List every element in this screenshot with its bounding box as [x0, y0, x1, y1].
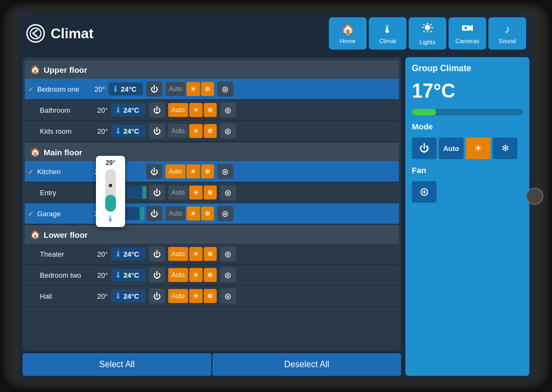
select-all-button[interactable]: Select All	[23, 353, 211, 376]
home-button[interactable]	[526, 188, 543, 205]
mode-sun-bedroom-two[interactable]: ☀	[189, 268, 203, 282]
room-row-garage[interactable]: ✓ Garage 20° 🌡 ⏻ Auto ☀ ❄ ⊛	[25, 203, 399, 224]
climat-icon: 🌡	[382, 23, 393, 36]
fan-btn-bedroom-one[interactable]: ⊛	[217, 81, 233, 97]
mode-sun-kids[interactable]: ☀	[189, 124, 203, 138]
mode-sun-hall[interactable]: ☀	[189, 289, 203, 303]
power-btn-entry[interactable]: ⏻	[149, 185, 165, 200]
back-button[interactable]	[26, 24, 45, 43]
setpoint-bathroom: 20°	[92, 106, 108, 114]
mode-snow-entry[interactable]: ❄	[204, 185, 217, 200]
svg-line-7	[424, 24, 425, 25]
tab-cameras-label: Cameras	[456, 38, 480, 44]
power-btn-bathroom[interactable]: ⏻	[149, 102, 165, 118]
room-name-theater: Theater	[40, 250, 88, 258]
fan-btn-bathroom[interactable]: ⊛	[220, 102, 236, 118]
group-climate-title: Group Climate	[412, 64, 523, 73]
mode-sun-btn[interactable]: ☀	[466, 137, 491, 159]
room-row-theater[interactable]: Theater 20° 🌡 24°C ⏻ Auto ☀ ❄ ⊛	[25, 244, 399, 265]
tab-home[interactable]: 🏠 Home	[329, 17, 367, 50]
room-row-hall[interactable]: Hall 20° 🌡 24°C ⏻ Auto ☀ ❄ ⊛	[25, 286, 399, 307]
tab-sound-label: Sound	[499, 38, 516, 44]
home-icon: 🏠	[341, 23, 355, 36]
fan-btn-entry[interactable]: ⊛	[220, 185, 236, 200]
mode-auto-btn[interactable]: Auto	[439, 137, 464, 159]
room-row-kitchen[interactable]: ✓ Kitchen 20° 29° 🌡 ⏻	[25, 161, 399, 182]
power-btn-garage[interactable]: ⏻	[146, 206, 162, 221]
group-temperature: 17°C	[412, 80, 523, 102]
mode-auto-theater[interactable]: Auto	[168, 247, 188, 261]
fan-btn-hall[interactable]: ⊛	[220, 288, 236, 304]
power-btn-hall[interactable]: ⏻	[149, 288, 165, 304]
therm-icon-hall: 🌡	[114, 292, 122, 300]
mode-snow-garage[interactable]: ❄	[201, 207, 214, 221]
fan-btn-garage[interactable]: ⊛	[217, 206, 233, 221]
mode-auto-kids[interactable]: Auto	[168, 124, 188, 138]
svg-point-0	[27, 25, 44, 42]
checkmark-kitchen: ✓	[28, 168, 34, 176]
mode-sun-kitchen[interactable]: ☀	[187, 164, 200, 178]
power-btn-bedroom-one[interactable]: ⏻	[146, 81, 162, 97]
fan-btn-bedroom-two[interactable]: ⊛	[220, 267, 236, 283]
mode-auto-hall[interactable]: Auto	[168, 289, 188, 303]
mode-power-btn[interactable]: ⏻	[412, 137, 437, 159]
mode-auto-bathroom[interactable]: Auto	[168, 103, 188, 117]
room-row-bedroom-two[interactable]: Bedroom two 20° 🌡 24°C ⏻ Auto ☀ ❄ ⊛	[25, 265, 399, 286]
mode-group-hall: Auto ☀ ❄	[168, 289, 217, 303]
mode-snow-kids[interactable]: ❄	[204, 124, 217, 138]
mode-auto-garage[interactable]: Auto	[165, 207, 185, 221]
tab-climat[interactable]: 🌡 Climat	[369, 17, 406, 50]
mode-snow-kitchen[interactable]: ❄	[201, 164, 214, 178]
power-btn-theater[interactable]: ⏻	[149, 246, 165, 262]
mode-snow-theater[interactable]: ❄	[204, 247, 217, 261]
thermo-bar-kitchen	[105, 169, 116, 212]
header: Climat 🏠 Home 🌡 Climat	[18, 13, 534, 54]
room-row-bedroom-one[interactable]: ✓ Bedroom one 20° 🌡 24°C ⏻ Auto ☀ ❄	[25, 79, 399, 100]
power-btn-kids[interactable]: ⏻	[149, 123, 165, 139]
mode-sun-garage[interactable]: ☀	[187, 207, 200, 221]
mode-sun-bedroom-one[interactable]: ☀	[187, 82, 200, 96]
fan-btn-group: ⊛	[412, 181, 523, 203]
mode-snow-bedroom-two[interactable]: ❄	[204, 268, 217, 282]
fan-btn-theater[interactable]: ⊛	[220, 246, 236, 262]
page-title: Climat	[51, 25, 93, 42]
mode-group-garage: Auto ☀ ❄	[165, 207, 214, 221]
header-left: Climat	[26, 24, 93, 43]
house-icon-lower: 🏠	[30, 230, 40, 239]
fan-btn-kitchen[interactable]: ⊛	[217, 164, 233, 179]
room-row-kids[interactable]: Kids room 20° 🌡 24°C ⏻ Auto ☀ ❄ ⊛	[25, 121, 399, 142]
mode-snow-hall[interactable]: ❄	[204, 289, 217, 303]
rooms-container: 🏠 Upper floor ✓ Bedroom one 20° 🌡 24°C ⏻	[23, 57, 401, 351]
mode-group-entry: Auto ☀ ❄	[168, 185, 217, 200]
mode-snow-bathroom[interactable]: ❄	[204, 103, 217, 117]
room-name-bathroom: Bathroom	[40, 106, 88, 114]
left-panel: 🏠 Upper floor ✓ Bedroom one 20° 🌡 24°C ⏻	[23, 57, 401, 376]
power-btn-kitchen[interactable]: ⏻	[146, 164, 162, 179]
therm-icon: 🌡	[112, 85, 119, 93]
mode-auto-entry[interactable]: Auto	[168, 185, 188, 200]
mode-sun-theater[interactable]: ☀	[189, 247, 203, 261]
deselect-all-button[interactable]: Deselect All	[212, 353, 401, 376]
therm-icon-kids: 🌡	[114, 127, 122, 135]
right-panel: Group Climate 17°C Mode ⏻ Auto ☀ ❄ Fan ⊛	[405, 57, 529, 376]
room-name-entry: Entry	[40, 189, 88, 197]
mode-sun-bathroom[interactable]: ☀	[189, 103, 203, 117]
mode-auto-bedroom-two[interactable]: Auto	[168, 268, 188, 282]
svg-line-10	[424, 31, 425, 32]
thermo-popup-kitchen: 29° 🌡	[96, 156, 125, 227]
room-row-bathroom[interactable]: Bathroom 20° 🌡 24°C ⏻ Auto ☀ ❄ ⊛	[25, 100, 399, 121]
therm-icon-bathroom: 🌡	[114, 106, 122, 114]
tab-cameras[interactable]: Cameras	[448, 17, 486, 50]
tab-sound[interactable]: ♪ Sound	[488, 17, 526, 50]
fan-btn-kids[interactable]: ⊛	[220, 123, 236, 139]
fan-right-button[interactable]: ⊛	[412, 181, 437, 203]
mode-snow-bedroom-one[interactable]: ❄	[201, 82, 214, 96]
tab-lights[interactable]: Lights	[409, 17, 446, 50]
power-btn-bedroom-two[interactable]: ⏻	[149, 267, 165, 283]
mode-auto-bedroom-one[interactable]: Auto	[165, 82, 185, 96]
mode-snow-btn[interactable]: ❄	[493, 137, 518, 159]
main-content: 🏠 Upper floor ✓ Bedroom one 20° 🌡 24°C ⏻	[18, 54, 534, 379]
room-row-entry[interactable]: Entry 20° 🌡 ⏻ Auto ☀ ❄ ⊛	[25, 182, 399, 203]
mode-auto-kitchen[interactable]: Auto	[165, 164, 185, 178]
mode-sun-entry[interactable]: ☀	[189, 185, 203, 200]
